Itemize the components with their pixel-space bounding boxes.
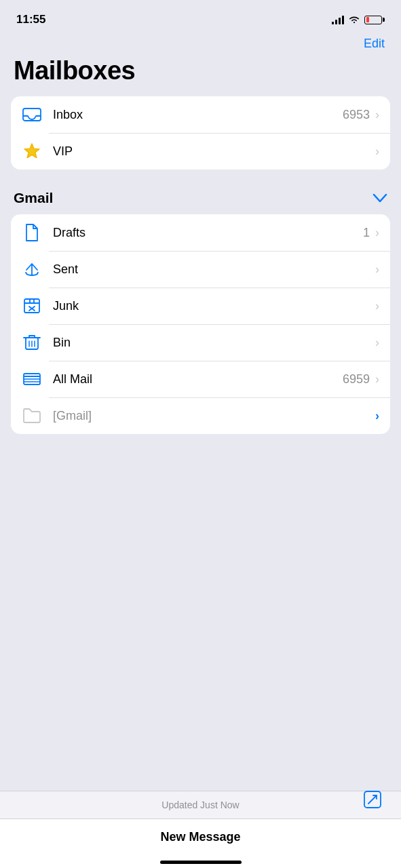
inbox-chevron: › xyxy=(375,108,379,122)
status-bar: 11:55 xyxy=(0,0,401,34)
sent-icon xyxy=(22,259,42,279)
status-time: 11:55 xyxy=(16,13,45,26)
star-icon xyxy=(22,141,42,161)
vip-row[interactable]: VIP › xyxy=(11,133,390,170)
inbox-row[interactable]: Inbox 6953 › xyxy=(11,96,390,133)
gmail-title: Gmail xyxy=(14,190,53,206)
main-mailboxes-card: Inbox 6953 › VIP › xyxy=(11,96,390,170)
junk-label: Junk xyxy=(53,299,375,313)
compose-button[interactable] xyxy=(360,787,385,812)
home-bar xyxy=(160,861,242,864)
signal-bars-icon xyxy=(332,15,344,24)
bin-chevron: › xyxy=(375,336,379,350)
inbox-label: Inbox xyxy=(53,108,343,122)
junk-icon xyxy=(22,296,42,316)
sent-chevron: › xyxy=(375,262,379,277)
drafts-row[interactable]: Drafts 1 › xyxy=(11,214,390,251)
bin-icon xyxy=(22,332,42,353)
main-content: Inbox 6953 › VIP › Gmail xyxy=(0,96,401,434)
vip-label: VIP xyxy=(53,144,375,159)
drafts-count: 1 xyxy=(363,226,370,240)
junk-chevron: › xyxy=(375,299,379,313)
bin-row[interactable]: Bin › xyxy=(11,324,390,361)
gmail-mailboxes-card: Drafts 1 › Sent › xyxy=(11,214,390,434)
status-icons xyxy=(332,15,385,24)
header: Edit xyxy=(0,34,401,56)
new-message-bar[interactable]: New Message xyxy=(0,818,401,855)
inbox-count: 6953 xyxy=(343,108,370,122)
gmail-folder-label: [Gmail] xyxy=(53,409,375,423)
edit-button[interactable]: Edit xyxy=(364,34,385,54)
drafts-label: Drafts xyxy=(53,226,363,240)
allmail-label: All Mail xyxy=(53,372,343,387)
svg-marker-1 xyxy=(24,144,39,158)
vip-chevron: › xyxy=(375,144,379,159)
drafts-icon xyxy=(22,222,42,243)
home-indicator xyxy=(0,855,401,868)
sent-label: Sent xyxy=(53,262,375,277)
sent-row[interactable]: Sent › xyxy=(11,251,390,288)
gmail-chevron-icon xyxy=(373,193,387,203)
allmail-row[interactable]: All Mail 6959 › xyxy=(11,361,390,397)
gmail-folder-chevron: › xyxy=(375,409,379,423)
junk-row[interactable]: Junk › xyxy=(11,288,390,324)
updated-text: Updated Just Now xyxy=(161,800,239,810)
gmail-section-header[interactable]: Gmail xyxy=(11,184,390,213)
allmail-count: 6959 xyxy=(343,372,370,387)
wifi-icon xyxy=(348,15,360,24)
bin-label: Bin xyxy=(53,336,375,350)
folder-icon xyxy=(22,406,42,426)
allmail-chevron: › xyxy=(375,372,379,387)
allmail-icon xyxy=(22,369,42,389)
gmail-folder-row[interactable]: [Gmail] › xyxy=(11,397,390,434)
footer: Updated Just Now New Message xyxy=(0,791,401,868)
inbox-icon xyxy=(22,104,42,125)
svg-line-19 xyxy=(368,795,377,804)
footer-bar: Updated Just Now xyxy=(0,791,401,818)
compose-icon xyxy=(363,790,382,809)
svg-rect-3 xyxy=(24,299,39,313)
drafts-chevron: › xyxy=(375,226,379,240)
page-title: Mailboxes xyxy=(0,56,401,96)
battery-icon xyxy=(364,16,385,24)
